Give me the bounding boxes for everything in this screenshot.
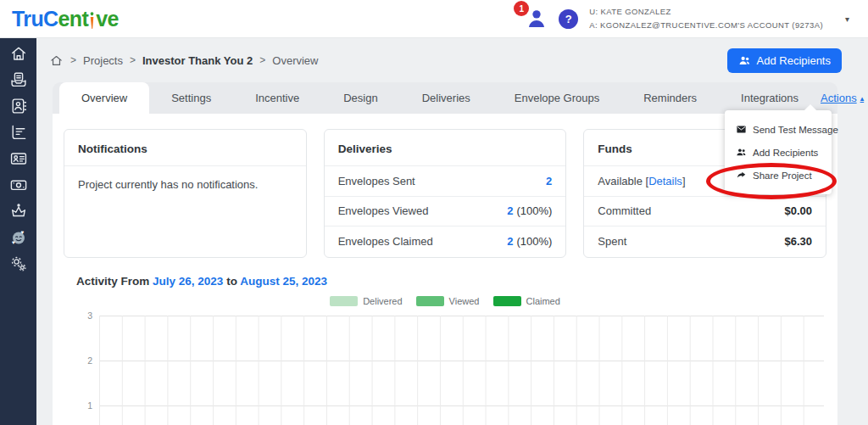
sidebar-item-settings[interactable]: [8, 255, 30, 276]
sidebar-item-home[interactable]: [8, 45, 30, 65]
share-project-label: Share Project: [753, 171, 812, 181]
sidebar-item-contacts[interactable]: [8, 98, 30, 118]
breadcrumb-row: > Projects > Investor Thank You 2 > Over…: [36, 38, 868, 82]
menu-item-send-test-message[interactable]: Send Test Message: [725, 118, 832, 141]
activity-date-from[interactable]: July 26, 2023: [153, 275, 223, 288]
breadcrumb: > Projects > Investor Thank You 2 > Over…: [49, 53, 318, 68]
notifications-card: Notifications Project currently has no n…: [64, 129, 307, 258]
delivered-label: Delivered: [363, 296, 402, 306]
account-user-button[interactable]: 1: [525, 7, 548, 31]
envelopes-sent-value: 2: [546, 175, 552, 187]
main-content: > Projects > Investor Thank You 2 > Over…: [36, 38, 868, 425]
committed-value: $0.00: [784, 204, 812, 217]
legend-viewed: Viewed: [416, 296, 480, 306]
ytick-2: 2: [74, 355, 92, 366]
address-book-icon: [9, 97, 28, 119]
envelopes-claimed-label: Envelopes Claimed: [338, 235, 433, 248]
claimed-swatch: [493, 296, 521, 306]
breadcrumb-separator: >: [259, 54, 265, 66]
delivered-swatch: [330, 296, 358, 306]
envelopes-claimed-value: 2: [507, 235, 513, 248]
carrot-icon: [88, 10, 96, 31]
envelopes-viewed-label: Envelopes Viewed: [338, 204, 429, 217]
smiley-hearts-icon: ♥♥: [9, 228, 28, 250]
funds-committed-row: Committed $0.00: [584, 197, 826, 227]
breadcrumb-project-name[interactable]: Investor Thank You 2: [142, 54, 253, 67]
envelopes-sent-row: Envelopes Sent 2: [325, 166, 566, 197]
claimed-label: Claimed: [526, 296, 560, 306]
tab-deliveries[interactable]: Deliveries: [400, 82, 492, 114]
activity-joiner: to: [226, 275, 237, 288]
add-recipients-label: Add Recipients: [757, 54, 831, 67]
bracket-close: ]: [682, 175, 686, 187]
sidebar-item-funds[interactable]: [8, 176, 30, 197]
tab-incentive[interactable]: Incentive: [233, 82, 321, 114]
account-email-line: A: KGONZALEZ@TRUCENTIVE.COM'S ACCOUNT (9…: [589, 19, 823, 32]
account-user-line: U: KATE GONZALEZ: [589, 5, 823, 19]
add-recipients-menu-label: Add Recipients: [753, 148, 818, 158]
sidebar-item-projects[interactable]: [8, 71, 30, 92]
viewed-label: Viewed: [449, 296, 480, 306]
envelopes-claimed-row: Envelopes Claimed 2(100%): [325, 226, 566, 257]
tab-settings[interactable]: Settings: [149, 82, 233, 114]
tab-bar: Overview Settings Incentive Design Deliv…: [53, 82, 837, 114]
actions-menu-button[interactable]: Actions ▴: [821, 92, 864, 104]
ytick-1: 1: [74, 400, 92, 411]
top-navbar: TruCentve 1 ? U: KATE GONZALEZ A: KGONZA…: [0, 0, 868, 38]
left-sidebar: ♥♥: [0, 38, 36, 425]
envelopes-sent-label: Envelopes Sent: [338, 175, 415, 187]
tab-design[interactable]: Design: [321, 82, 399, 114]
tab-reminders[interactable]: Reminders: [621, 82, 719, 114]
home-breadcrumb-icon[interactable]: [49, 53, 64, 68]
menu-item-share-project[interactable]: Share Project: [725, 164, 832, 187]
envelopes-viewed-row: Envelopes Viewed 2(100%): [325, 197, 566, 227]
sidebar-item-rewards[interactable]: [8, 203, 30, 223]
tab-envelope-groups[interactable]: Envelope Groups: [492, 82, 621, 114]
funds-spent-row: Spent $6.30: [584, 226, 826, 257]
breadcrumb-overview[interactable]: Overview: [272, 54, 318, 67]
sidebar-item-recipients[interactable]: [8, 150, 30, 171]
home-icon: [9, 44, 28, 66]
project-panel: Overview Settings Incentive Design Deliv…: [53, 82, 837, 425]
activity-title-prefix: Activity From: [76, 275, 149, 288]
help-button[interactable]: ?: [559, 9, 578, 29]
envelope-icon: [736, 124, 747, 135]
ytick-3: 3: [74, 310, 92, 321]
send-test-message-label: Send Test Message: [753, 125, 838, 135]
menu-item-add-recipients[interactable]: Add Recipients: [725, 141, 832, 164]
add-recipients-button[interactable]: Add Recipients: [727, 48, 842, 73]
id-card-icon: [9, 149, 28, 171]
svg-text:♥: ♥: [20, 229, 24, 235]
logo-text-blue: TruC: [12, 7, 58, 31]
summary-cards-row: Notifications Project currently has no n…: [64, 129, 826, 258]
money-bill-icon: [9, 176, 28, 198]
sidebar-item-feedback[interactable]: ♥♥: [8, 229, 30, 249]
available-label: Available: [598, 175, 643, 187]
gears-icon: [9, 254, 28, 277]
question-mark-icon: ?: [565, 13, 572, 25]
breadcrumb-projects[interactable]: Projects: [83, 54, 123, 67]
account-caret-icon[interactable]: ▾: [845, 14, 849, 24]
tab-overview[interactable]: Overview: [59, 82, 149, 114]
navbar-right: 1 ? U: KATE GONZALEZ A: KGONZALEZ@TRUCEN…: [525, 5, 856, 31]
sidebar-item-reports[interactable]: [8, 124, 30, 144]
legend-delivered: Delivered: [330, 296, 402, 306]
actions-label: Actions: [821, 92, 857, 104]
account-info[interactable]: U: KATE GONZALEZ A: KGONZALEZ@TRUCENTIVE…: [589, 5, 823, 31]
user-icon: [525, 19, 548, 33]
trucentive-logo[interactable]: TruCentve: [12, 7, 119, 31]
activity-date-to[interactable]: August 25, 2023: [240, 275, 327, 288]
envelopes-viewed-percent: (100%): [516, 204, 552, 217]
viewed-swatch: [416, 296, 444, 306]
deliveries-card-title: Deliveries: [325, 130, 566, 166]
share-arrow-icon: [736, 170, 747, 181]
committed-label: Committed: [598, 204, 651, 217]
details-link[interactable]: Details: [648, 175, 682, 187]
notifications-empty-text: Project currently has no notifications.: [64, 166, 306, 203]
logo-text-green-2: ve: [96, 7, 119, 31]
envelopes-viewed-value: 2: [507, 204, 513, 217]
chart-legend: Delivered Viewed Claimed: [64, 296, 826, 306]
legend-claimed: Claimed: [493, 296, 560, 306]
breadcrumb-separator: >: [130, 54, 136, 66]
inbox-document-icon: [9, 70, 28, 92]
